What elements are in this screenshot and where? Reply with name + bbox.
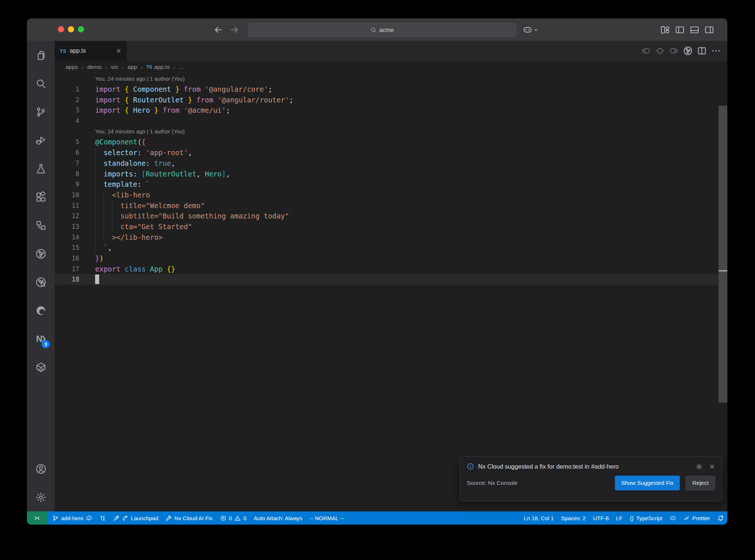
git-blame-codelens[interactable]: You, 24 minutes ago | 1 author (You) [95, 76, 185, 82]
gear-icon[interactable] [696, 463, 702, 470]
line-number: 1 [55, 85, 79, 93]
search-icon [370, 27, 377, 33]
launchpad-branch-icon [122, 515, 128, 521]
nav-forward-circle-icon[interactable] [669, 46, 679, 56]
run-graph-icon[interactable] [683, 46, 693, 56]
code-line-17: 17export class App {} [55, 263, 727, 274]
bell-dot-icon [717, 515, 724, 521]
status-vim-mode[interactable]: -- NORMAL -- [306, 511, 347, 525]
breadcrumb-item-demo[interactable]: demo [87, 64, 102, 70]
activity-item-search[interactable] [27, 69, 55, 98]
tab-close-icon[interactable] [116, 48, 122, 54]
close-window-button[interactable] [58, 26, 64, 32]
nav-circle-icon[interactable] [655, 46, 665, 56]
status-git-branch[interactable]: add-hero [49, 511, 96, 525]
status-nx-cloud-ai-fix[interactable]: Nx Cloud AI Fix [162, 511, 216, 525]
show-suggested-fix-button[interactable]: Show Suggested Fix [615, 476, 680, 490]
activity-item-edge-tools[interactable] [27, 296, 55, 325]
title-bar: acme [27, 18, 727, 41]
split-editor-icon[interactable] [697, 46, 707, 56]
status-language[interactable]: {}TypeScript [626, 511, 666, 525]
wrench-icon [166, 515, 172, 521]
line-number: 7 [55, 160, 79, 167]
breadcrumb-item-apps[interactable]: apps [66, 64, 78, 70]
scrollbar-thumb[interactable] [719, 106, 727, 403]
activity-item-extensions[interactable] [27, 183, 55, 211]
code-line-6: 6 selector: 'app-root', [55, 147, 727, 158]
activity-item-settings[interactable] [27, 483, 55, 511]
activity-item-testing[interactable] [27, 154, 55, 183]
cloud-upload-icon [86, 515, 92, 521]
customize-layout-icon[interactable] [660, 25, 670, 35]
breadcrumb-item-app[interactable]: app [128, 64, 137, 70]
edge-tools-icon [35, 305, 46, 316]
search-input[interactable]: acme [248, 23, 516, 37]
copilot-icon[interactable] [523, 25, 532, 35]
ellipsis-icon[interactable] [711, 46, 721, 56]
status-remote[interactable] [27, 511, 47, 525]
maximize-window-button[interactable] [78, 26, 84, 32]
panel-bottom-icon[interactable] [690, 25, 699, 35]
code-line-11: 11 title="Welcmoe demo" [55, 200, 727, 211]
chevron-right-icon: › [173, 64, 175, 70]
status-formatter[interactable]: Prettier [680, 511, 714, 525]
status-eol[interactable]: LF [612, 511, 626, 525]
activity-bar: N3 [27, 41, 55, 511]
line-number: 18 [55, 276, 79, 283]
minimize-window-button[interactable] [68, 26, 74, 32]
activity-item-nx-console[interactable]: N3 [27, 325, 55, 353]
breadcrumb-item-src[interactable]: src [111, 64, 118, 70]
activity-item-run-debug[interactable] [27, 126, 55, 154]
history-back-icon[interactable] [213, 25, 223, 35]
tab-app-ts[interactable]: TS app.ts [55, 41, 127, 61]
editor-scrollbar[interactable] [719, 106, 727, 511]
activity-item-source-control[interactable] [27, 98, 55, 126]
nav-back-circle-icon[interactable] [641, 46, 651, 56]
breadcrumb-item--[interactable]: ... [179, 64, 184, 70]
editor-code-area[interactable]: You, 24 minutes ago | 1 author (You)1imp… [55, 73, 727, 511]
status-indentation[interactable]: Spaces: 2 [557, 511, 589, 525]
status-launchpad[interactable]: Launchpad [109, 511, 162, 525]
status-bar: add-heroLaunchpadNx Cloud AI Fix00Auto A… [27, 511, 727, 525]
code-text: template: ` [95, 180, 150, 188]
chevron-down-icon[interactable] [533, 27, 539, 33]
code-line-12: 12 subtitle="Build something amazing tod… [55, 211, 727, 221]
line-number: 4 [55, 117, 79, 125]
code-line-5: 5@Component({ [55, 137, 727, 147]
status-copilot[interactable] [666, 511, 680, 525]
activity-item-gitlens-inspect[interactable] [27, 268, 55, 296]
explorer-icon [35, 50, 46, 61]
activity-item-git-graph[interactable] [27, 239, 55, 268]
containers-icon [35, 362, 46, 373]
svg-text:N: N [36, 334, 42, 344]
source-control-icon [35, 106, 46, 118]
extensions-icon [35, 192, 46, 203]
double-check-icon [683, 515, 690, 521]
status-auto-attach[interactable]: Auto Attach: Always [250, 511, 306, 525]
panel-left-icon[interactable] [675, 25, 685, 35]
reject-button[interactable]: Reject [686, 476, 715, 490]
code-line-9: 9 template: ` [55, 179, 727, 190]
code-line-15: 15 `, [55, 242, 727, 253]
git-blame-codelens[interactable]: You, 24 minutes ago | 1 author (You) [95, 128, 185, 134]
activity-item-accounts[interactable] [27, 455, 55, 483]
status-cursor-position[interactable]: Ln 18, Col 1 [520, 511, 557, 525]
activity-item-project-views[interactable] [27, 211, 55, 239]
status-git-compare[interactable] [96, 511, 109, 525]
breadcrumb-item-app-ts[interactable]: TSapp.ts [146, 64, 170, 70]
status-label: 0 [229, 515, 232, 521]
close-icon[interactable] [709, 463, 715, 470]
status-problems[interactable]: 00 [216, 511, 250, 525]
line-number: 16 [55, 255, 79, 262]
error-icon [220, 515, 226, 521]
panel-right-icon[interactable] [704, 25, 714, 35]
status-encoding[interactable]: UTF-8 [589, 511, 613, 525]
notification-source: Source: Nx Console [467, 480, 615, 486]
status-notifications[interactable] [714, 511, 727, 525]
activity-item-explorer[interactable] [27, 41, 55, 69]
breadcrumb-label: src [111, 64, 118, 70]
status-label: Launchpad [131, 515, 158, 521]
activity-item-containers[interactable] [27, 353, 55, 381]
chevron-right-icon: › [122, 64, 124, 70]
history-forward-icon[interactable] [229, 25, 240, 35]
